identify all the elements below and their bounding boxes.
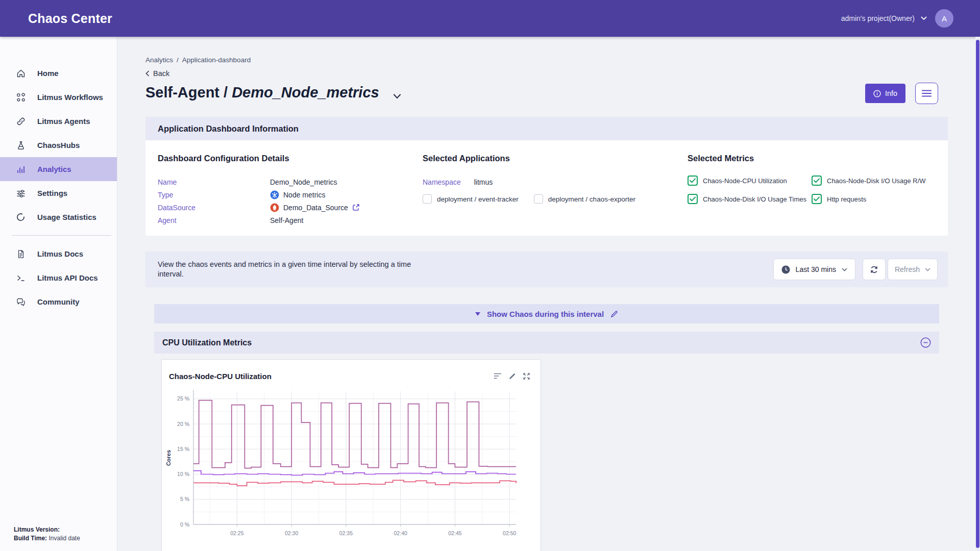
cpu-utilization-chart: 0 %5 %10 %15 %20 %25 %02:2502:3002:3502:… [162,385,541,540]
sidebar-item-litmus-agents[interactable]: Litmus Agents [0,109,117,133]
svg-text:20 %: 20 % [177,421,189,427]
workflows-icon [16,92,26,103]
chart-line-series-2 [193,471,516,475]
svg-text:02:30: 02:30 [285,530,298,536]
sidebar-item-label: ChaosHubs [37,141,80,149]
sidebar: HomeLitmus WorkflowsLitmus AgentsChaosHu… [0,37,117,551]
top-header: Chaos Center admin's project(Owner) A [0,0,980,37]
sidebar-item-label: Settings [37,189,67,197]
dashboard-menu-button[interactable] [915,83,938,104]
dashboard-name: Demo_Node_metrics [232,84,379,101]
checkbox-checked[interactable] [812,176,822,186]
config-row-type: Type Node metrics [158,188,423,201]
checkbox-checked[interactable] [688,176,698,186]
dashboard-switcher-caret[interactable] [393,86,401,103]
refresh-now-button[interactable] [863,259,886,280]
chart-edit-pencil-icon[interactable] [508,372,516,380]
config-row-datasource: DataSource Demo_Data_Source [158,201,423,214]
usage-statistics-icon [16,212,26,222]
collapse-section-icon[interactable] [920,337,931,348]
litmus-version-label: Litmus Version: [14,526,60,533]
refresh-interval-dropdown[interactable]: Refresh [888,259,938,280]
checkbox-checked[interactable] [812,194,822,204]
time-interval-bar: View the chaos events and metrics in a g… [145,252,948,287]
cpu-utilization-section-header: CPU Utilization Metrics [154,332,939,354]
selected-applications: Selected Applications Namespace litmus d… [423,154,688,227]
agent-name: Self-Agent / [145,84,232,101]
dashboard-info-panel: Application Dashboard Information Dashbo… [145,117,948,236]
checkbox-unchecked[interactable] [423,194,432,204]
selected-metrics: Selected Metrics Chaos-Node-CPU Utilizat… [688,154,936,227]
sidebar-item-home[interactable]: Home [0,61,117,85]
external-link-icon[interactable] [352,204,360,211]
clock-icon [781,265,790,274]
sidebar-item-label: Litmus Workflows [37,93,103,102]
app-checkbox-deployment-event-tracker[interactable]: deployment / event-tracker [423,194,519,204]
svg-text:0 %: 0 % [180,521,189,528]
chart-title: Chaos-Node-CPU Utilization [169,372,272,381]
metric-checkbox-chaos-node-disk-i-o-usage-times[interactable]: Chaos-Node-Disk I/O Usage Times [688,194,812,204]
metric-checkbox-chaos-node-disk-i-o-usage-r-w[interactable]: Chaos-Node-Disk I/O Usage R/W [812,176,936,186]
app-title: Chaos Center [28,11,112,26]
sidebar-item-litmus-workflows[interactable]: Litmus Workflows [0,85,117,109]
edit-pencil-icon[interactable] [610,310,618,318]
show-chaos-toggle[interactable]: Show Chaos during this interval [154,304,939,323]
build-time-label: Build Time: [14,535,47,542]
sidebar-divider [12,235,111,236]
sidebar-item-litmus-api-docs[interactable]: Litmus API Docs [0,266,117,290]
chart-expand-icon[interactable] [523,372,530,380]
scrollbar-thumb[interactable] [976,40,979,548]
main-content: Analytics / Application-dashboard Back S… [117,37,980,551]
namespace-value: litmus [474,178,493,186]
api-docs-icon [16,273,26,283]
page-title: Self-Agent / Demo_Node_metrics [145,83,401,103]
info-button[interactable]: Info [865,84,905,103]
metric-checkbox-chaos-node-cpu-utilization[interactable]: Chaos-Node-CPU Utilization [688,176,812,186]
breadcrumb-application-dashboard: Application-dashboard [182,56,251,64]
info-icon [873,90,881,97]
checkbox-label: Chaos-Node-CPU Utilization [703,177,787,185]
sidebar-item-label: Analytics [37,165,71,173]
sidebar-item-label: Litmus Docs [37,249,83,258]
sidebar-item-label: Litmus API Docs [37,273,98,282]
dashboard-configuration-details: Dashboard Configuration Details Name Dem… [158,154,423,227]
sidebar-item-analytics[interactable]: Analytics [0,157,117,181]
project-selector[interactable]: admin's project(Owner) [841,14,927,22]
hamburger-icon [922,90,932,97]
breadcrumb: Analytics / Application-dashboard [145,56,948,64]
time-range-selector[interactable]: Last 30 mins [773,259,855,280]
kubernetes-icon [270,190,279,199]
sidebar-item-chaoshubs[interactable]: ChaosHubs [0,133,117,157]
back-button[interactable]: Back [145,69,181,78]
chevron-down-icon [921,16,927,20]
svg-text:10 %: 10 % [177,471,189,477]
svg-text:02:35: 02:35 [339,530,353,536]
chart-options-icon[interactable] [494,372,502,380]
svg-text:02:45: 02:45 [448,530,461,536]
chevron-left-icon [145,70,150,77]
chevron-down-icon [925,268,930,271]
agents-icon [16,116,26,127]
metric-checkbox-http-requests[interactable]: Http requests [812,194,936,204]
svg-text:25 %: 25 % [177,395,189,402]
sidebar-item-usage-statistics[interactable]: Usage Statistics [0,205,117,229]
checkbox-label: Chaos-Node-Disk I/O Usage R/W [827,177,926,185]
namespace-label: Namespace [423,178,461,186]
checkbox-unchecked[interactable] [534,194,543,204]
avatar[interactable]: A [935,9,953,28]
sidebar-item-community[interactable]: Community [0,290,117,314]
home-icon [16,68,26,79]
refresh-icon [869,265,879,274]
breadcrumb-analytics[interactable]: Analytics [145,56,173,64]
interval-description: View the chaos events and metrics in a g… [158,260,411,279]
checkbox-label: deployment / event-tracker [437,195,519,203]
version-info: Litmus Version: Build Time: Invalid date [14,525,80,543]
sidebar-item-label: Community [37,297,80,306]
app-checkbox-deployment-chaos-exporter[interactable]: deployment / chaos-exporter [534,194,635,204]
svg-text:02:40: 02:40 [394,530,407,536]
sidebar-item-litmus-docs[interactable]: Litmus Docs [0,242,117,266]
checkbox-checked[interactable] [688,194,698,204]
sidebar-item-label: Usage Statistics [37,213,96,221]
sidebar-item-label: Litmus Agents [37,117,90,126]
sidebar-item-settings[interactable]: Settings [0,181,117,205]
